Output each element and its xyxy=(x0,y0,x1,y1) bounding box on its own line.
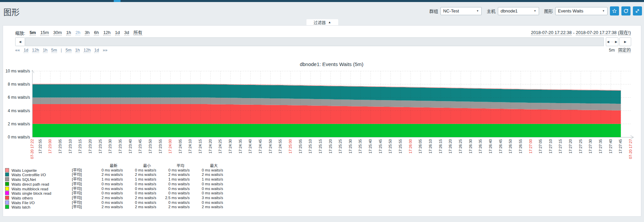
nav-5m-link[interactable]: 5m xyxy=(65,48,71,53)
legend-aggregation: [平均] xyxy=(72,168,89,173)
x-tick-label: 17:22:55 xyxy=(38,139,43,154)
nav-separator: | xyxy=(61,48,62,53)
zoom-option-3d[interactable]: 3d xyxy=(124,30,129,35)
zoom-option-1d[interactable]: 1d xyxy=(115,30,120,35)
legend-swatch xyxy=(5,196,9,200)
x-tick-label: 17:23:40 xyxy=(128,139,133,154)
x-tick-label: 17:26:50 xyxy=(508,139,513,154)
legend-value: 2 ms waits/s xyxy=(89,196,123,200)
legend-row: Waits SQLNet[平均]1 ms waits/s1 ms waits/s… xyxy=(5,177,223,182)
legend-value: 2 ms waits/s xyxy=(156,172,190,177)
time-nav-bar: ««1d12h1h5m|5m1h12h1d»» 5m 固定的 xyxy=(15,47,631,53)
legend-series-name: Waits multiblock read xyxy=(11,187,48,191)
group-select-value: NC-Test xyxy=(443,8,459,13)
filter-toggle-tab[interactable]: 过滤器 ▲ xyxy=(306,19,338,25)
legend-row: Waits others[平均]2 ms waits/s2 ms waits/s… xyxy=(5,196,223,200)
x-tick-label: 17:26:15 xyxy=(438,139,443,154)
legend-value: 2 ms waits/s xyxy=(123,172,156,177)
range-to-link[interactable]: 2018-07-20 17:27:38 xyxy=(576,30,617,35)
x-tick-label: 17:27:00 xyxy=(529,139,533,154)
x-tick-label: 17:27:45 xyxy=(618,139,623,154)
legend-value: 0 ms waits/s xyxy=(89,182,123,187)
scroll-left-button[interactable]: ◀ xyxy=(15,37,25,46)
zoom-option-2h[interactable]: 2h xyxy=(75,30,80,35)
chevron-down-icon: ▼ xyxy=(531,9,536,12)
x-tick-label: 17:25:30 xyxy=(348,139,353,154)
x-tick-label: 17:26:35 xyxy=(478,139,483,154)
zoom-option-5m[interactable]: 5m xyxy=(30,30,36,35)
scroll-right-button[interactable]: ▶ xyxy=(619,37,631,46)
nav-12h-link[interactable]: 12h xyxy=(32,48,39,53)
legend-aggregation: [平均] xyxy=(72,172,89,177)
legend-value: 0 ms waits/s xyxy=(190,200,223,205)
legend-value: 1 ms waits/s xyxy=(190,177,223,182)
x-tick-label: 17:23:15 xyxy=(78,139,82,154)
legend-value: 0 ms waits/s xyxy=(89,168,123,173)
host-select[interactable]: dbnode1 ▼ xyxy=(498,7,539,15)
x-tick-label: 17:24:00 xyxy=(168,139,172,154)
x-tick-label: 17:24:25 xyxy=(218,139,222,154)
time-range: 2018-07-20 17:22:38 - 2018-07-20 17:27:3… xyxy=(531,30,631,35)
legend-series-name: Waits Controlfile I/O xyxy=(11,173,46,177)
x-tick-label: 17:25:45 xyxy=(378,139,383,154)
legend-value: 3 ms waits/s xyxy=(190,196,223,200)
legend-row: Waits direct path read[平均]0 ms waits/s0 … xyxy=(5,182,223,187)
zoom-option-12h[interactable]: 12h xyxy=(103,30,111,35)
nav-12h-link[interactable]: 12h xyxy=(83,48,90,53)
legend-value: 2 ms waits/s xyxy=(89,172,123,177)
graph-select[interactable]: Events Waits ▼ xyxy=(555,7,608,15)
arrow-right-icon: ▶ xyxy=(624,40,626,43)
fullscreen-icon xyxy=(635,8,640,13)
x-tick-label: 17:23:20 xyxy=(88,139,92,154)
nav-»»-link[interactable]: »» xyxy=(103,48,107,53)
fixed-toggle-link[interactable]: 固定的 xyxy=(618,48,631,53)
refresh-button[interactable] xyxy=(621,6,630,15)
legend-value: 1 ms waits/s xyxy=(123,177,156,182)
zoom-option-6h[interactable]: 6h xyxy=(94,30,99,35)
time-nav-period: 5m 固定的 xyxy=(609,48,631,53)
x-tick-label: 17:24:50 xyxy=(268,139,273,154)
x-tick-label: 17:25:15 xyxy=(318,139,323,154)
fullscreen-button[interactable] xyxy=(633,6,642,15)
x-tick-label: 17:24:35 xyxy=(238,139,243,154)
range-now-link[interactable]: (现在!) xyxy=(618,30,631,35)
x-tick-label: 17:24:10 xyxy=(188,139,192,154)
time-scrollbar-track[interactable] xyxy=(25,37,604,46)
zoom-label: 缩放: xyxy=(15,30,25,36)
legend-row: Waits Logwrite[平均]0 ms waits/s0 ms waits… xyxy=(5,168,223,173)
range-from-link[interactable]: 2018-07-20 17:22:38 xyxy=(531,30,572,35)
zoom-option-1h[interactable]: 1h xyxy=(66,30,71,35)
legend-swatch xyxy=(5,168,9,172)
legend-value: 0 ms waits/s xyxy=(89,187,123,191)
x-tick-label: 17:27:10 xyxy=(548,139,553,154)
group-select[interactable]: NC-Test ▼ xyxy=(440,7,482,15)
legend-value: 0 ms waits/s xyxy=(156,200,190,205)
chevron-up-icon: ▲ xyxy=(328,21,331,24)
arrow-left-icon: ◀ xyxy=(19,40,21,43)
x-tick-label: 07-20 17:22 xyxy=(30,139,34,159)
x-tick-label: 17:23:55 xyxy=(158,139,163,154)
x-tick-label: 17:25:35 xyxy=(358,139,363,154)
x-tick-label: 17:26:10 xyxy=(428,139,433,154)
area-series xyxy=(32,124,621,137)
nav-1h-link[interactable]: 1h xyxy=(75,48,80,53)
nav-1h-link[interactable]: 1h xyxy=(43,48,48,53)
graph-select-value: Events Waits xyxy=(558,8,583,13)
x-tick-label: 17:27:40 xyxy=(609,139,613,154)
zoom-option-30m[interactable]: 30m xyxy=(53,30,62,35)
y-axis-arrow-icon xyxy=(32,70,34,73)
nav-««-link[interactable]: «« xyxy=(15,48,20,53)
scrollbar-resize-handle[interactable]: ◀ ··· ▶ xyxy=(606,37,618,46)
zoom-option-3h[interactable]: 3h xyxy=(85,30,89,35)
zoom-option-所有[interactable]: 所有 xyxy=(134,30,142,35)
favourite-button[interactable] xyxy=(610,6,619,15)
nav-1d-link[interactable]: 1d xyxy=(94,48,99,53)
zoom-option-15m[interactable]: 15m xyxy=(40,30,49,35)
nav-1d-link[interactable]: 1d xyxy=(24,48,28,53)
x-tick-label: 17:23:30 xyxy=(108,139,112,154)
period-value: 5m xyxy=(609,48,615,53)
nav-5m-link[interactable]: 5m xyxy=(51,48,57,53)
x-tick-label: 17:27:25 xyxy=(579,139,583,154)
y-tick-label: 4 ms waits/s xyxy=(3,108,30,113)
legend-column-header: 最小 xyxy=(123,164,156,168)
